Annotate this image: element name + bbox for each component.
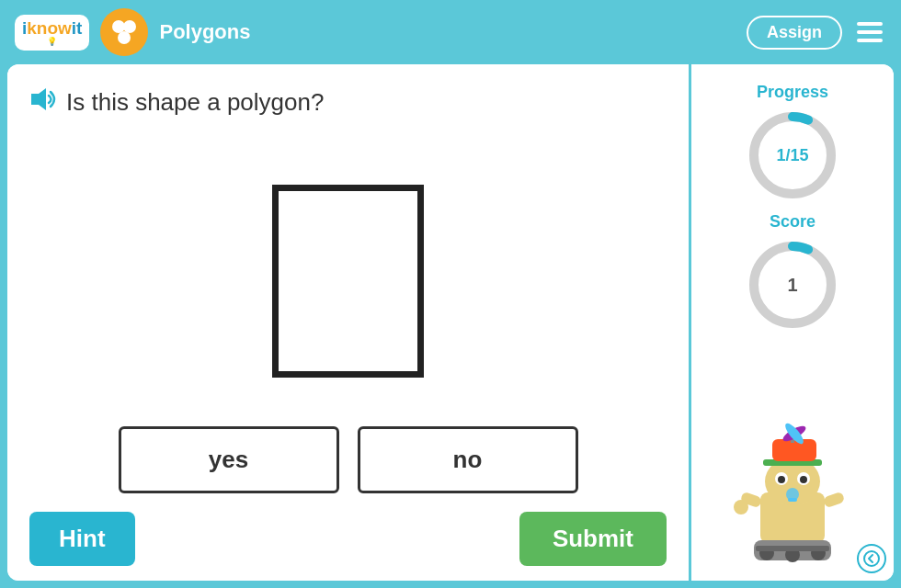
hint-button[interactable]: Hint xyxy=(29,512,135,566)
back-button[interactable] xyxy=(857,544,886,573)
svg-rect-20 xyxy=(788,498,797,502)
progress-value: 1/15 xyxy=(776,146,808,165)
svg-point-22 xyxy=(734,500,748,514)
header-actions: Assign xyxy=(747,16,886,50)
shape-display xyxy=(29,136,667,426)
back-icon xyxy=(863,550,880,567)
sound-icon[interactable] xyxy=(29,86,57,118)
question-panel: Is this shape a polygon? yes no Hint Sub… xyxy=(7,64,689,581)
progress-circle: 1/15 xyxy=(747,109,838,201)
logo-text: iknowit xyxy=(22,19,82,37)
svg-point-2 xyxy=(118,31,131,44)
polygon-shape xyxy=(272,185,424,378)
menu-line-2 xyxy=(857,30,883,34)
logo-tagline: 💡 xyxy=(47,37,58,46)
logo: iknowit 💡 xyxy=(15,15,89,51)
assign-button[interactable]: Assign xyxy=(747,16,842,50)
answer-row: yes no xyxy=(29,426,667,493)
lesson-title: Polygons xyxy=(159,20,736,44)
progress-label: Progress xyxy=(757,83,828,102)
svg-point-0 xyxy=(112,20,125,33)
svg-point-29 xyxy=(864,551,879,566)
svg-point-18 xyxy=(800,476,807,483)
question-row: Is this shape a polygon? xyxy=(29,86,667,118)
score-circle: 1 xyxy=(747,239,838,331)
main-content: Is this shape a polygon? yes no Hint Sub… xyxy=(7,64,894,581)
dots-icon xyxy=(108,16,141,49)
menu-line-3 xyxy=(857,39,883,42)
menu-line-1 xyxy=(857,22,883,26)
svg-marker-3 xyxy=(31,88,46,110)
robot-svg xyxy=(728,419,857,566)
bottom-actions: Hint Submit xyxy=(29,512,667,566)
score-value: 1 xyxy=(787,275,797,296)
robot-mascot xyxy=(706,345,879,566)
sidebar-panel: Progress 1/15 Score 1 xyxy=(691,64,894,581)
answer-no-button[interactable]: no xyxy=(358,426,578,493)
svg-point-1 xyxy=(123,20,136,33)
svg-rect-23 xyxy=(823,492,846,509)
question-text: Is this shape a polygon? xyxy=(66,88,324,117)
answer-yes-button[interactable]: yes xyxy=(119,426,339,493)
svg-rect-28 xyxy=(756,546,829,551)
score-label: Score xyxy=(770,212,815,232)
header: iknowit 💡 Polygons Assign xyxy=(0,0,901,64)
menu-button[interactable] xyxy=(853,18,886,46)
submit-button[interactable]: Submit xyxy=(519,512,667,566)
svg-point-17 xyxy=(778,476,785,483)
lesson-icon xyxy=(100,8,148,56)
